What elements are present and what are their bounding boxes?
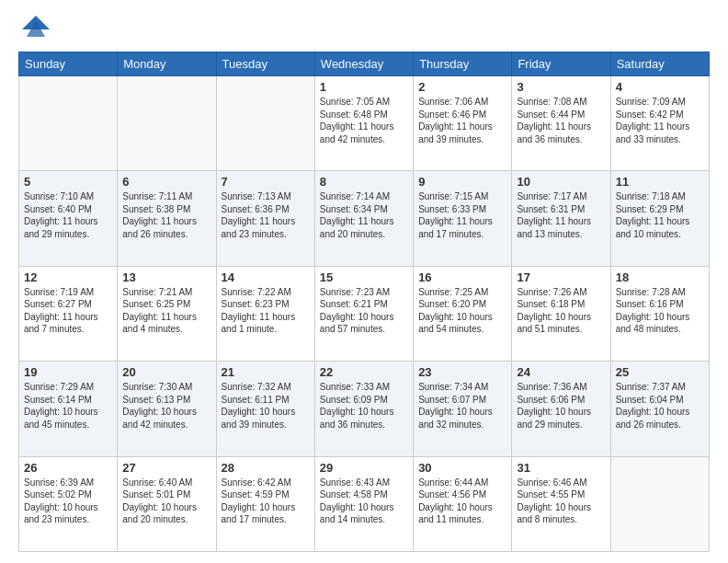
- day-number: 22: [320, 365, 408, 379]
- calendar-cell: 21Sunrise: 7:32 AM Sunset: 6:11 PM Dayli…: [216, 362, 314, 456]
- day-number: 17: [517, 270, 605, 284]
- weekday-header-saturday: Saturday: [610, 52, 709, 76]
- cell-info: Sunrise: 6:42 AM Sunset: 4:59 PM Dayligh…: [222, 477, 310, 526]
- calendar-cell: 9Sunrise: 7:15 AM Sunset: 6:33 PM Daylig…: [414, 171, 512, 266]
- cell-info: Sunrise: 7:30 AM Sunset: 6:13 PM Dayligh…: [122, 381, 210, 431]
- cell-info: Sunrise: 7:17 AM Sunset: 6:31 PM Dayligh…: [517, 190, 605, 240]
- day-number: 27: [122, 461, 210, 475]
- day-number: 3: [517, 80, 605, 94]
- calendar-cell: 28Sunrise: 6:42 AM Sunset: 4:59 PM Dayli…: [216, 456, 314, 551]
- day-number: 6: [122, 175, 210, 189]
- cell-info: Sunrise: 7:18 AM Sunset: 6:29 PM Dayligh…: [616, 190, 704, 240]
- day-number: 26: [24, 461, 112, 475]
- day-number: 23: [418, 365, 506, 379]
- weekday-header-thursday: Thursday: [414, 52, 512, 76]
- calendar-cell: [610, 456, 709, 551]
- calendar-cell: 1Sunrise: 7:05 AM Sunset: 6:48 PM Daylig…: [314, 76, 413, 171]
- calendar-cell: 16Sunrise: 7:25 AM Sunset: 6:20 PM Dayli…: [414, 266, 512, 361]
- day-number: 28: [222, 461, 310, 475]
- calendar-cell: 31Sunrise: 6:46 AM Sunset: 4:55 PM Dayli…: [512, 456, 610, 551]
- day-number: 2: [418, 80, 506, 94]
- cell-info: Sunrise: 7:15 AM Sunset: 6:33 PM Dayligh…: [418, 190, 506, 240]
- calendar-cell: 30Sunrise: 6:44 AM Sunset: 4:56 PM Dayli…: [414, 456, 512, 551]
- weekday-header-monday: Monday: [118, 52, 216, 76]
- day-number: 11: [616, 175, 704, 189]
- day-number: 25: [616, 365, 704, 379]
- calendar-table: SundayMondayTuesdayWednesdayThursdayFrid…: [18, 52, 710, 552]
- cell-info: Sunrise: 7:36 AM Sunset: 6:06 PM Dayligh…: [517, 381, 605, 431]
- cell-info: Sunrise: 7:32 AM Sunset: 6:11 PM Dayligh…: [222, 381, 310, 431]
- day-number: 13: [122, 270, 210, 284]
- cell-info: Sunrise: 6:44 AM Sunset: 4:56 PM Dayligh…: [418, 477, 506, 526]
- calendar-cell: [118, 76, 216, 171]
- calendar-cell: 13Sunrise: 7:21 AM Sunset: 6:25 PM Dayli…: [118, 266, 216, 361]
- calendar-cell: 24Sunrise: 7:36 AM Sunset: 6:06 PM Dayli…: [512, 362, 610, 456]
- day-number: 19: [24, 365, 112, 379]
- day-number: 16: [418, 270, 506, 284]
- weekday-header-sunday: Sunday: [19, 52, 118, 76]
- cell-info: Sunrise: 7:28 AM Sunset: 6:16 PM Dayligh…: [616, 286, 704, 336]
- cell-info: Sunrise: 7:21 AM Sunset: 6:25 PM Dayligh…: [122, 286, 210, 336]
- day-number: 5: [24, 175, 112, 189]
- calendar-cell: 15Sunrise: 7:23 AM Sunset: 6:21 PM Dayli…: [314, 266, 413, 361]
- cell-info: Sunrise: 7:37 AM Sunset: 6:04 PM Dayligh…: [616, 381, 704, 431]
- logo: [18, 15, 50, 42]
- day-number: 8: [320, 175, 408, 189]
- calendar-cell: 23Sunrise: 7:34 AM Sunset: 6:07 PM Dayli…: [414, 362, 512, 456]
- cell-info: Sunrise: 7:29 AM Sunset: 6:14 PM Dayligh…: [24, 381, 112, 431]
- day-number: 29: [320, 461, 408, 475]
- cell-info: Sunrise: 7:34 AM Sunset: 6:07 PM Dayligh…: [418, 381, 506, 431]
- page: SundayMondayTuesdayWednesdayThursdayFrid…: [0, 0, 728, 563]
- day-number: 20: [122, 365, 210, 379]
- calendar-week-row: 1Sunrise: 7:05 AM Sunset: 6:48 PM Daylig…: [19, 76, 710, 171]
- cell-info: Sunrise: 7:19 AM Sunset: 6:27 PM Dayligh…: [24, 286, 112, 336]
- weekday-header-row: SundayMondayTuesdayWednesdayThursdayFrid…: [19, 52, 710, 76]
- day-number: 31: [517, 461, 605, 475]
- weekday-header-tuesday: Tuesday: [216, 52, 314, 76]
- cell-info: Sunrise: 7:08 AM Sunset: 6:44 PM Dayligh…: [517, 96, 605, 145]
- cell-info: Sunrise: 7:33 AM Sunset: 6:09 PM Dayligh…: [320, 381, 408, 431]
- cell-info: Sunrise: 7:14 AM Sunset: 6:34 PM Dayligh…: [320, 190, 408, 240]
- calendar-cell: 3Sunrise: 7:08 AM Sunset: 6:44 PM Daylig…: [512, 76, 610, 171]
- calendar-week-row: 19Sunrise: 7:29 AM Sunset: 6:14 PM Dayli…: [19, 362, 710, 456]
- calendar-cell: 27Sunrise: 6:40 AM Sunset: 5:01 PM Dayli…: [118, 456, 216, 551]
- calendar-cell: 19Sunrise: 7:29 AM Sunset: 6:14 PM Dayli…: [19, 362, 118, 456]
- calendar-cell: 11Sunrise: 7:18 AM Sunset: 6:29 PM Dayli…: [610, 171, 709, 266]
- calendar-week-row: 26Sunrise: 6:39 AM Sunset: 5:02 PM Dayli…: [19, 456, 710, 551]
- calendar-cell: 18Sunrise: 7:28 AM Sunset: 6:16 PM Dayli…: [610, 266, 709, 361]
- weekday-header-friday: Friday: [512, 52, 610, 76]
- calendar-cell: 25Sunrise: 7:37 AM Sunset: 6:04 PM Dayli…: [610, 362, 709, 456]
- day-number: 14: [222, 270, 310, 284]
- cell-info: Sunrise: 6:46 AM Sunset: 4:55 PM Dayligh…: [517, 477, 605, 526]
- day-number: 18: [616, 270, 704, 284]
- cell-info: Sunrise: 7:05 AM Sunset: 6:48 PM Dayligh…: [320, 96, 408, 145]
- day-number: 9: [418, 175, 506, 189]
- cell-info: Sunrise: 7:23 AM Sunset: 6:21 PM Dayligh…: [320, 286, 408, 336]
- calendar-cell: 29Sunrise: 6:43 AM Sunset: 4:58 PM Dayli…: [314, 456, 413, 551]
- calendar-cell: 6Sunrise: 7:11 AM Sunset: 6:38 PM Daylig…: [118, 171, 216, 266]
- calendar-cell: 2Sunrise: 7:06 AM Sunset: 6:46 PM Daylig…: [414, 76, 512, 171]
- cell-info: Sunrise: 6:40 AM Sunset: 5:01 PM Dayligh…: [122, 477, 210, 526]
- calendar-cell: 10Sunrise: 7:17 AM Sunset: 6:31 PM Dayli…: [512, 171, 610, 266]
- day-number: 1: [320, 80, 408, 94]
- cell-info: Sunrise: 6:39 AM Sunset: 5:02 PM Dayligh…: [24, 477, 112, 526]
- calendar-cell: 14Sunrise: 7:22 AM Sunset: 6:23 PM Dayli…: [216, 266, 314, 361]
- calendar-cell: 26Sunrise: 6:39 AM Sunset: 5:02 PM Dayli…: [19, 456, 118, 551]
- cell-info: Sunrise: 7:11 AM Sunset: 6:38 PM Dayligh…: [122, 190, 210, 240]
- calendar-cell: 17Sunrise: 7:26 AM Sunset: 6:18 PM Dayli…: [512, 266, 610, 361]
- calendar-cell: 12Sunrise: 7:19 AM Sunset: 6:27 PM Dayli…: [19, 266, 118, 361]
- cell-info: Sunrise: 7:22 AM Sunset: 6:23 PM Dayligh…: [222, 286, 310, 336]
- day-number: 21: [222, 365, 310, 379]
- calendar-cell: 5Sunrise: 7:10 AM Sunset: 6:40 PM Daylig…: [19, 171, 118, 266]
- calendar-cell: 22Sunrise: 7:33 AM Sunset: 6:09 PM Dayli…: [314, 362, 413, 456]
- cell-info: Sunrise: 6:43 AM Sunset: 4:58 PM Dayligh…: [320, 477, 408, 526]
- weekday-header-wednesday: Wednesday: [314, 52, 413, 76]
- cell-info: Sunrise: 7:26 AM Sunset: 6:18 PM Dayligh…: [517, 286, 605, 336]
- header: [18, 15, 710, 42]
- cell-info: Sunrise: 7:06 AM Sunset: 6:46 PM Dayligh…: [418, 96, 506, 145]
- calendar-cell: [216, 76, 314, 171]
- calendar-cell: 8Sunrise: 7:14 AM Sunset: 6:34 PM Daylig…: [314, 171, 413, 266]
- day-number: 30: [418, 461, 506, 475]
- calendar-cell: 20Sunrise: 7:30 AM Sunset: 6:13 PM Dayli…: [118, 362, 216, 456]
- cell-info: Sunrise: 7:25 AM Sunset: 6:20 PM Dayligh…: [418, 286, 506, 336]
